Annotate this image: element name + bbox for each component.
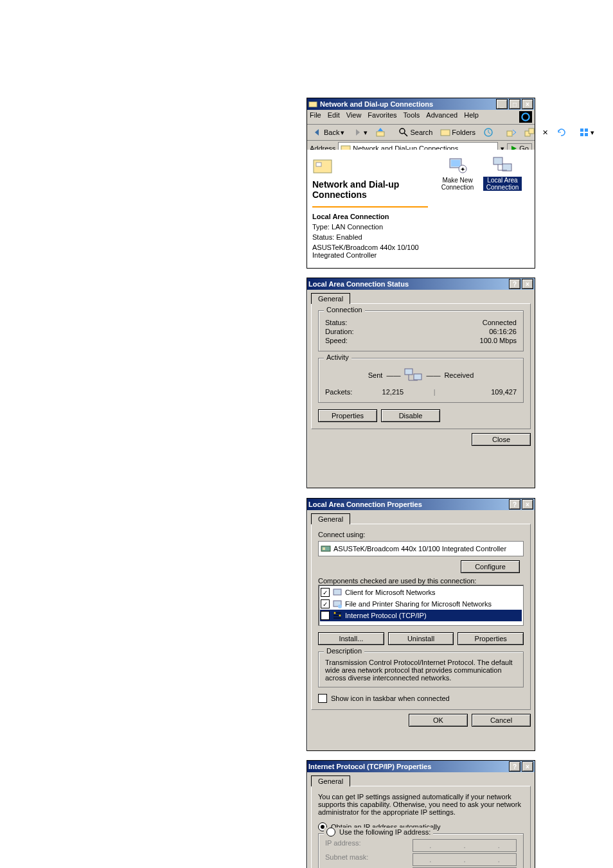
show-icon-label: Show icon in taskbar when connected <box>331 695 450 702</box>
throbber-icon <box>519 111 532 123</box>
cancel-button[interactable]: Cancel <box>472 714 531 727</box>
search-button[interactable]: Search <box>396 126 435 139</box>
window-title: Internet Protocol (TCP/IP) Properties <box>308 763 509 770</box>
undo-icon[interactable] <box>553 126 569 139</box>
back-button[interactable]: Back ▾ <box>310 126 347 139</box>
toolbar: Back ▾ ▾ Search Folders ✕ ▾ <box>307 125 535 141</box>
titlebar[interactable]: Local Area Connection Properties ? × <box>307 499 535 510</box>
component-client[interactable]: ✓Client for Microsoft Networks <box>320 587 522 598</box>
uninstall-button[interactable]: Uninstall <box>388 632 454 645</box>
radio-icon[interactable] <box>326 828 335 837</box>
local-area-connection[interactable]: Local Area Connection <box>483 155 522 191</box>
menu-file[interactable]: File <box>310 111 321 123</box>
description-group: Description Transmission Control Protoco… <box>318 651 524 687</box>
mask-label: Subnet mask: <box>325 853 409 866</box>
configure-button[interactable]: Configure <box>461 560 520 573</box>
menu-edit[interactable]: Edit <box>328 111 340 123</box>
menubar: File Edit View Favorites Tools Advanced … <box>307 110 535 125</box>
radio-use-ip[interactable]: Use the following IP address: <box>326 828 431 837</box>
history-button[interactable] <box>481 126 496 139</box>
svg-rect-6 <box>441 130 450 136</box>
duration-label: Duration: <box>325 328 354 335</box>
forward-button[interactable]: ▾ <box>350 126 370 139</box>
checkbox-icon[interactable]: ✓ <box>321 588 330 597</box>
up-button[interactable] <box>373 126 388 139</box>
make-new-connection[interactable]: ✦ Make New Connection <box>438 155 477 191</box>
titlebar[interactable]: Internet Protocol (TCP/IP) Properties ? … <box>307 761 535 772</box>
help-button[interactable]: ? <box>509 499 520 509</box>
speed-value: 100.0 Mbps <box>480 337 517 344</box>
svg-rect-13 <box>580 133 583 136</box>
titlebar[interactable]: Local Area Connection Status ? × <box>307 278 535 290</box>
folder-large-icon <box>312 155 333 175</box>
tab-general[interactable]: General <box>311 293 350 304</box>
show-icon-row[interactable]: Show icon in taskbar when connected <box>318 694 524 703</box>
ok-button[interactable]: OK <box>409 714 468 727</box>
tab-general[interactable]: General <box>311 513 350 524</box>
share-icon <box>332 599 342 609</box>
close-button[interactable]: × <box>522 761 533 772</box>
menu-advanced[interactable]: Advanced <box>426 111 458 123</box>
help-button[interactable]: ? <box>509 761 520 772</box>
titlebar[interactable]: Network and Dial-up Connections _ □ × <box>307 98 535 110</box>
minimize-button[interactable]: _ <box>496 99 508 109</box>
moveto-icon[interactable] <box>504 126 519 139</box>
close-button[interactable]: × <box>522 99 533 109</box>
menu-help[interactable]: Help <box>464 111 479 123</box>
svg-rect-12 <box>585 128 588 132</box>
svg-point-4 <box>400 128 405 134</box>
delete-icon[interactable]: ✕ <box>540 127 551 138</box>
menu-favorites[interactable]: Favorites <box>368 111 396 123</box>
window-title: Local Area Connection Status <box>308 280 509 288</box>
maximize-button[interactable]: □ <box>509 99 520 109</box>
tcpip-properties-window: Internet Protocol (TCP/IP) Properties ? … <box>306 760 535 868</box>
connection-group: Connection Status:Connected Duration:06:… <box>318 310 524 351</box>
packets-label: Packets: <box>325 388 352 396</box>
tabpage-general: Connect using: ASUSTeK/Broadcom 440x 10/… <box>311 524 531 710</box>
client-icon <box>332 587 342 598</box>
line-icon: —— <box>426 371 440 379</box>
svg-point-38 <box>334 612 336 614</box>
checkbox-icon[interactable] <box>318 694 327 703</box>
svg-rect-10 <box>529 128 534 134</box>
svg-rect-27 <box>414 374 422 380</box>
ip-input: ... <box>413 839 517 852</box>
side-title: Network and Dial-up Connections <box>312 179 428 200</box>
folders-button[interactable]: Folders <box>438 126 478 139</box>
close-button[interactable]: Close <box>472 433 531 446</box>
close-button[interactable]: × <box>522 279 533 289</box>
connect-using-label: Connect using: <box>318 531 524 538</box>
received-label: Received <box>444 371 474 379</box>
help-button[interactable]: ? <box>509 279 520 289</box>
components-list[interactable]: ✓Client for Microsoft Networks ✓File and… <box>318 585 524 626</box>
menu-view[interactable]: View <box>346 111 362 123</box>
install-button[interactable]: Install... <box>318 632 384 645</box>
checkbox-icon[interactable]: ✓ <box>321 611 330 620</box>
close-button[interactable]: × <box>522 499 533 509</box>
svg-rect-17 <box>316 163 321 166</box>
views-button[interactable]: ▾ <box>576 126 597 139</box>
mask-input: ... <box>413 853 517 866</box>
activity-group: Activity Sent —— —— Received Packets: 12… <box>318 358 524 403</box>
explorer-body: Network and Dial-up Connections Local Ar… <box>307 150 535 268</box>
side-status: Status: Enabled <box>312 233 428 241</box>
svg-rect-23 <box>502 164 511 171</box>
svg-rect-11 <box>580 128 583 132</box>
computers-icon <box>404 368 422 383</box>
duration-value: 06:16:26 <box>489 328 517 335</box>
properties-button[interactable]: Properties <box>318 409 377 422</box>
disable-button[interactable]: Disable <box>381 409 440 422</box>
checkbox-icon[interactable]: ✓ <box>321 599 330 608</box>
window-title: Network and Dial-up Connections <box>320 100 496 108</box>
manual-ip-group: Use the following IP address: IP address… <box>318 833 524 868</box>
menu-tools[interactable]: Tools <box>404 111 420 123</box>
properties-button[interactable]: Properties <box>458 632 524 645</box>
tab-general[interactable]: General <box>311 775 350 786</box>
icon-area: ✦ Make New Connection Local Area Connect… <box>433 150 535 268</box>
component-fileshare[interactable]: ✓File and Printer Sharing for Microsoft … <box>320 598 522 610</box>
component-tcpip[interactable]: ✓Internet Protocol (TCP/IP) <box>320 610 522 621</box>
connection-properties-window: Local Area Connection Properties ? × Gen… <box>306 498 535 751</box>
speed-label: Speed: <box>325 337 348 344</box>
copyto-icon[interactable] <box>522 126 537 139</box>
components-label: Components checked are used by this conn… <box>318 577 524 585</box>
